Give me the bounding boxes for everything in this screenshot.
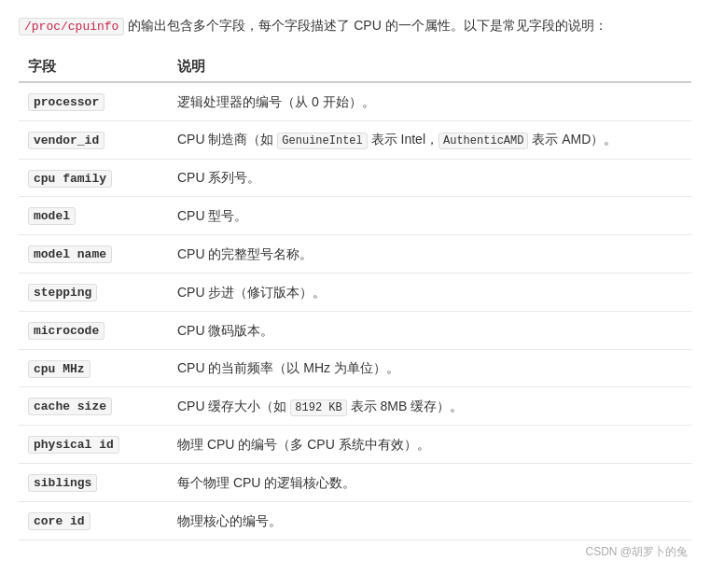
watermark: CSDN @胡罗卜的兔 [19,544,691,560]
desc-cell: CPU 微码版本。 [168,311,691,349]
field-code-label: cpu family [28,170,112,188]
table-header-row: 字段 说明 [19,52,691,82]
field-cell: model name [19,235,168,273]
field-code-label: model name [28,245,112,263]
field-code-label: core id [28,512,90,530]
desc-cell: CPU 的当前频率（以 MHz 为单位）。 [168,349,691,387]
field-cell: physical id [19,426,168,464]
field-code-label: cpu MHz [28,360,90,378]
field-cell: core id [19,501,168,539]
field-cell: stepping [19,273,168,312]
proc-cpuinfo-code: /proc/cpuinfo [19,18,124,35]
field-code-label: physical id [28,436,119,454]
field-code-label: model [28,207,76,225]
field-code-label: stepping [28,284,97,301]
field-code-label: microcode [28,322,104,340]
table-row: microcodeCPU 微码版本。 [19,311,691,349]
desc-cell: CPU 系列号。 [168,159,691,197]
field-cell: cache size [19,387,168,426]
field-cell: processor [19,82,168,120]
table-row: cpu familyCPU 系列号。 [19,159,691,197]
desc-cell: CPU 步进（修订版本）。 [168,273,691,312]
table-row: siblings每个物理 CPU 的逻辑核心数。 [19,464,691,502]
desc-cell: CPU 缓存大小（如 8192 KB 表示 8MB 缓存）。 [168,387,691,426]
table-row: model nameCPU 的完整型号名称。 [19,235,691,273]
table-row: cache sizeCPU 缓存大小（如 8192 KB 表示 8MB 缓存）。 [19,387,691,426]
desc-inline-code: AuthenticAMD [439,133,528,149]
desc-inline-code: 8192 KB [290,399,346,416]
field-code-label: cache size [28,398,112,415]
field-cell: model [19,197,168,235]
field-cell: vendor_id [19,120,168,159]
table-row: cpu MHzCPU 的当前频率（以 MHz 为单位）。 [19,349,691,387]
desc-cell: 物理 CPU 的编号（多 CPU 系统中有效）。 [168,426,691,464]
col-header-desc: 说明 [168,52,691,82]
desc-inline-code: GenuineIntel [277,133,367,149]
field-cell: microcode [19,311,168,349]
table-row: vendor_idCPU 制造商（如 GenuineIntel 表示 Intel… [19,120,691,159]
field-code-label: processor [28,93,104,111]
table-row: physical id物理 CPU 的编号（多 CPU 系统中有效）。 [19,426,691,464]
desc-cell: 每个物理 CPU 的逻辑核心数。 [168,464,691,502]
cpuinfo-fields-table: 字段 说明 processor逻辑处理器的编号（从 0 开始）。vendor_i… [19,52,691,540]
col-header-field: 字段 [19,52,168,82]
table-row: processor逻辑处理器的编号（从 0 开始）。 [19,82,691,120]
table-row: core id物理核心的编号。 [19,501,691,539]
desc-cell: 物理核心的编号。 [168,501,691,539]
field-cell: cpu family [19,159,168,197]
table-row: steppingCPU 步进（修订版本）。 [19,273,691,312]
field-code-label: vendor_id [28,132,104,149]
field-cell: siblings [19,464,168,502]
field-cell: cpu MHz [19,349,168,387]
desc-cell: CPU 的完整型号名称。 [168,235,691,273]
desc-cell: 逻辑处理器的编号（从 0 开始）。 [168,82,691,120]
desc-cell: CPU 制造商（如 GenuineIntel 表示 Intel，Authenti… [168,120,691,159]
desc-cell: CPU 型号。 [168,197,691,235]
intro-paragraph: /proc/cpuinfo 的输出包含多个字段，每个字段描述了 CPU 的一个属… [19,15,691,37]
intro-text: 的输出包含多个字段，每个字段描述了 CPU 的一个属性。以下是常见字段的说明： [124,18,606,33]
table-row: modelCPU 型号。 [19,197,691,235]
field-code-label: siblings [28,474,97,492]
